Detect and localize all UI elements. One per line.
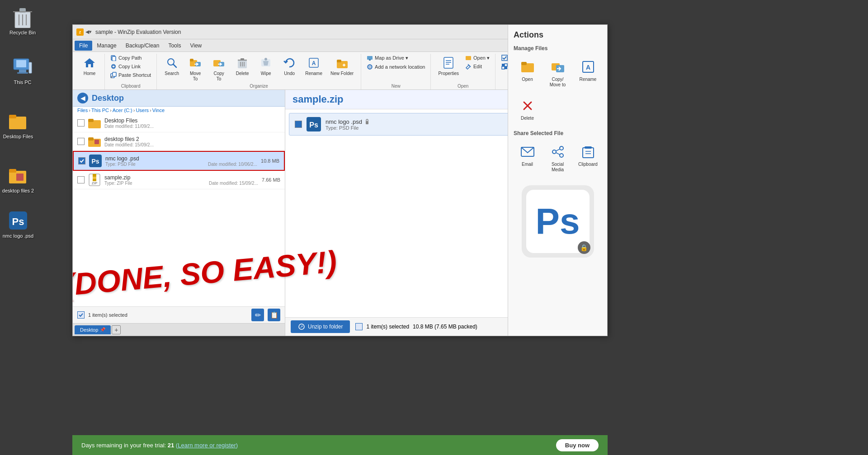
undo-button[interactable]: Undo	[278, 54, 301, 78]
tab-desktop[interactable]: Desktop 📌	[75, 325, 111, 334]
file-meta-0: Date modified: 11/09/2...	[104, 124, 280, 129]
buy-now-button[interactable]: Buy now	[556, 439, 599, 451]
action-rename-button[interactable]: A Rename	[574, 90, 602, 91]
menu-item-manage[interactable]: Manage	[92, 41, 121, 51]
svg-rect-53	[444, 57, 453, 68]
copy-path-button[interactable]: Copy Path	[108, 54, 153, 62]
desktop-icon-nmc-logo[interactable]: Ps nmc logo .psd	[0, 208, 36, 241]
menu-item-tools[interactable]: Tools	[164, 41, 185, 51]
status-checkbox[interactable]	[77, 311, 85, 319]
status-count-text: 1 item(s) selected	[88, 312, 248, 318]
back-button[interactable]: ◀	[77, 93, 88, 103]
zip-status-checkbox[interactable]	[355, 323, 363, 330]
rename-button[interactable]: A Rename	[302, 54, 326, 78]
svg-rect-68	[94, 140, 99, 144]
open-dropdown-button[interactable]: Open ▾	[463, 54, 491, 62]
svg-rect-24	[113, 72, 116, 76]
move-to-button[interactable]: MoveTo	[184, 54, 207, 84]
desktop-files-2-icon	[7, 164, 29, 186]
paste-shortcut-button[interactable]: Paste Shortcut	[108, 71, 153, 79]
breadcrumb-acer[interactable]: Acer (C:)	[113, 108, 132, 113]
ribbon-group-clipboard: Copy Path Copy Link Paste Shortcut Clipb…	[105, 54, 157, 89]
open-edit-group: Open ▾ Edit	[463, 54, 491, 70]
wipe-button[interactable]: Wipe	[255, 54, 277, 78]
undo-icon	[282, 56, 297, 70]
new-folder-button[interactable]: New Folder	[327, 54, 357, 78]
file-item-nmc-logo[interactable]: Ps nmc logo .psd Type: PSD File Date mod…	[73, 151, 285, 171]
action-open-button[interactable]: Open	[514, 90, 541, 91]
menu-item-view[interactable]: View	[185, 41, 206, 51]
breadcrumb-this-pc[interactable]: This PC	[91, 108, 109, 113]
copy-to-button[interactable]: CopyTo	[208, 54, 230, 84]
action-clipboard-button[interactable]: Clipboard	[574, 140, 602, 176]
new-buttons: Map as Drive ▾ Add a network location	[365, 54, 427, 84]
svg-text:Ps: Ps	[309, 121, 318, 129]
desktop-icon-desktop-files-2[interactable]: desktop files 2	[0, 163, 36, 196]
home-button[interactable]: Home	[78, 54, 101, 78]
file-name-3: sample.zip	[104, 174, 258, 181]
zip-size: 10.8 MB (7.65 MB packed)	[413, 324, 477, 330]
delete-icon	[235, 56, 250, 70]
app-icon: Z	[76, 28, 84, 36]
email-action-label: Email	[522, 162, 533, 167]
search-button[interactable]: Search	[160, 54, 183, 78]
svg-rect-60	[502, 64, 505, 66]
svg-rect-28	[190, 59, 193, 61]
file-checkbox-0[interactable]	[77, 119, 85, 127]
psd-icon-selected: Ps	[89, 155, 102, 167]
desktop-icon-recycle-bin[interactable]: Recycle Bin	[5, 5, 41, 38]
desktop-icon-desktop-files[interactable]: Desktop Files	[0, 108, 36, 141]
new-label: New	[392, 84, 401, 89]
open-label: Open	[458, 84, 468, 89]
edit-action-button[interactable]: ✏	[251, 309, 264, 321]
trial-link[interactable]: (Learn more or register)	[176, 442, 238, 449]
svg-rect-62	[502, 66, 505, 69]
file-info-1: desktop files 2 Date modified: 15/09/2..…	[104, 136, 280, 147]
action-email-button[interactable]: Email	[514, 140, 541, 176]
move-to-icon	[188, 56, 203, 70]
properties-button[interactable]: Properties	[434, 54, 462, 78]
file-item-desktop-files[interactable]: Desktop FIles Date modified: 11/09/2...	[73, 114, 285, 132]
file-checkbox-1[interactable]	[77, 138, 85, 145]
organize-label: Organize	[250, 84, 268, 89]
clipboard-buttons: Copy Path Copy Link Paste Shortcut	[108, 54, 153, 84]
delete-action-label: Delete	[521, 116, 534, 121]
file-item-sample-zip[interactable]: ZIP sample.zip Type: ZIP File Date modif…	[73, 171, 285, 189]
unzip-button[interactable]: ↗ Unzip to folder	[291, 320, 350, 333]
actions-panel: Actions Manage Files Open Copy/Move to	[508, 90, 607, 336]
breadcrumb-vince[interactable]: Vince	[152, 108, 165, 113]
svg-text:ZIP: ZIP	[92, 181, 97, 185]
breadcrumb-files[interactable]: Files	[77, 108, 88, 113]
breadcrumb-users[interactable]: Users	[136, 108, 149, 113]
folder-icon-1	[88, 135, 101, 148]
file-browser-status: 1 item(s) selected ✏ 📋	[73, 306, 285, 323]
zip-checkbox[interactable]	[295, 121, 302, 128]
add-tab-button[interactable]: +	[112, 325, 121, 334]
delete-button[interactable]: Delete	[231, 54, 254, 78]
share-action-button[interactable]: 📋	[268, 309, 280, 321]
map-as-drive-button[interactable]: Map as Drive ▾	[365, 54, 410, 62]
desktop-icon-this-pc[interactable]: This PC	[5, 54, 41, 87]
file-item-desktop-files-2[interactable]: desktop files 2 Date modified: 15/09/2..…	[73, 132, 285, 151]
menu-item-file[interactable]: File	[75, 41, 92, 51]
copy-to-icon	[212, 56, 226, 70]
copy-link-button[interactable]: Copy Link	[108, 62, 153, 70]
svg-line-95	[556, 153, 560, 155]
svg-rect-8	[19, 70, 26, 72]
add-network-location-button[interactable]: Add a network location	[365, 63, 427, 71]
social-action-icon	[550, 144, 566, 160]
menu-item-backup[interactable]: Backup/Clean	[121, 41, 164, 51]
select-all-icon	[501, 55, 508, 61]
file-checkbox-3[interactable]	[77, 176, 85, 183]
action-copy-move-button[interactable]: Copy/Move to	[544, 90, 571, 91]
clipboard-action-icon	[580, 144, 596, 160]
svg-point-41	[264, 58, 267, 61]
email-action-icon	[519, 144, 536, 160]
action-social-button[interactable]: SocialMedia	[544, 140, 571, 176]
file-checkbox-2[interactable]	[78, 157, 85, 164]
zip-status-info: 1 item(s) selected 10.8 MB (7.65 MB pack…	[355, 323, 477, 330]
action-delete-button[interactable]: Delete	[514, 94, 541, 125]
edit-button[interactable]: Edit	[463, 62, 491, 70]
svg-rect-11	[9, 117, 26, 129]
svg-rect-9	[17, 72, 28, 74]
